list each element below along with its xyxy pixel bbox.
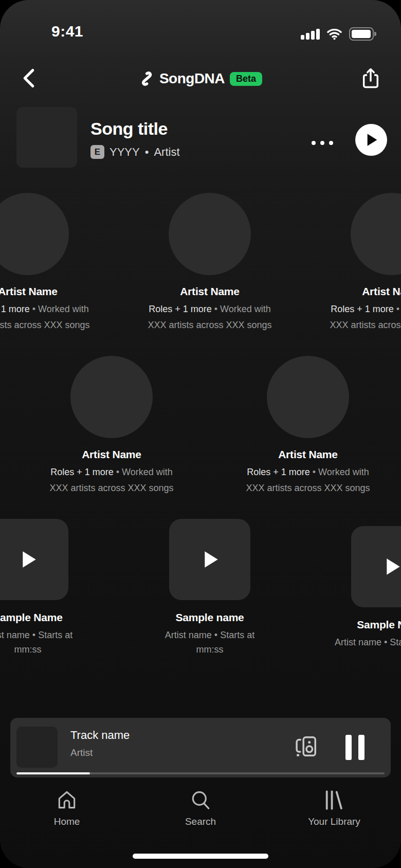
explicit-badge: E — [90, 145, 104, 159]
battery-icon — [349, 27, 374, 41]
artist-photo — [70, 356, 153, 438]
now-playing-bar[interactable]: Track name Artist — [10, 718, 391, 777]
song-header: Song title E YYYY • Artist — [0, 106, 401, 173]
song-title: Song title — [90, 118, 168, 139]
credit-detail: Roles + 1 more • Worked with XXX artists… — [145, 301, 274, 333]
credit-detail: Roles + 1 more • Worked with XXX artists… — [0, 301, 92, 333]
sample-card-item[interactable]: Sample Name Artist name • Starts at mm:s… — [335, 526, 401, 666]
credit-card[interactable]: Artist Name Roles + 1 more • Worked with… — [226, 356, 390, 496]
play-icon — [21, 550, 38, 569]
sample-play-button[interactable] — [351, 526, 401, 607]
pause-button[interactable] — [345, 735, 364, 760]
now-playing-track: Track name — [70, 729, 130, 742]
credit-card[interactable]: Artist Name Roles + 1 more • Worked with… — [0, 193, 110, 333]
nav-home[interactable]: Home — [10, 789, 123, 827]
now-playing-artist: Artist — [70, 747, 93, 759]
credit-card[interactable]: Artist Name Roles + 1 more • Worked with… — [29, 356, 194, 496]
credits-carousel-row-2[interactable]: Artist Name Roles + 1 more • Worked with… — [0, 356, 401, 496]
credit-card[interactable]: Artist Name Roles + 1 more • Worked with… — [309, 193, 401, 333]
credit-artist-name: Artist Name — [180, 285, 240, 298]
artist-photo — [351, 193, 401, 275]
sample-name: Sample Name — [357, 619, 401, 631]
credit-detail: Roles + 1 more • Worked with XXX artists… — [327, 301, 401, 333]
play-icon — [366, 133, 378, 147]
sample-play-button[interactable] — [169, 519, 250, 600]
song-artist: Artist — [154, 146, 179, 159]
more-options-button[interactable] — [309, 139, 335, 147]
credit-card[interactable]: Artist Name Roles + 1 more • Worked with… — [127, 193, 292, 333]
phone-screen: 9:41 SongDNA — [0, 0, 401, 868]
nav-library-label: Your Library — [308, 816, 360, 827]
sample-card-item[interactable]: Sample name Artist name • Starts at mm:s… — [153, 519, 267, 666]
sample-detail: Artist name • Starts at mm:ss — [335, 635, 401, 649]
connect-device-button[interactable] — [293, 733, 319, 762]
progress-fill — [16, 772, 90, 774]
album-art — [16, 107, 77, 168]
status-icons — [301, 27, 374, 41]
share-icon — [360, 66, 381, 90]
meta-separator: • — [145, 146, 149, 159]
samples-carousel[interactable]: Sample Name Artist name • Starts at mm:s… — [0, 519, 401, 668]
credit-artist-name: Artist Name — [278, 448, 338, 461]
artist-photo — [0, 193, 69, 275]
sample-play-button[interactable] — [0, 519, 68, 600]
credit-artist-name: Artist Name — [362, 285, 401, 298]
cellular-signal-icon — [301, 28, 320, 40]
artist-photo — [169, 193, 251, 275]
beta-badge: Beta — [230, 72, 262, 86]
now-playing-art — [16, 727, 58, 768]
sample-card-item[interactable]: Sample Name Artist name • Starts at mm:s… — [0, 519, 85, 666]
nav-home-label: Home — [54, 816, 80, 827]
status-time: 9:41 — [51, 23, 83, 40]
app-logo: SongDNA Beta — [0, 61, 401, 97]
connect-device-icon — [293, 734, 319, 760]
wifi-icon — [326, 28, 342, 40]
credit-detail: Roles + 1 more • Worked with XXX artists… — [47, 464, 176, 496]
sample-detail: Artist name • Starts at mm:ss — [0, 628, 85, 657]
artist-photo — [267, 356, 349, 438]
songdna-logo-icon — [139, 70, 154, 87]
share-button[interactable] — [359, 66, 382, 92]
sample-name: Sample Name — [0, 611, 63, 624]
nav-search[interactable]: Search — [144, 789, 257, 827]
play-icon — [203, 550, 220, 569]
credit-detail: Roles + 1 more • Worked with XXX artists… — [244, 464, 372, 496]
credits-carousel-row-1[interactable]: Artist Name Roles + 1 more • Worked with… — [0, 193, 401, 333]
nav-search-label: Search — [185, 816, 216, 827]
play-button[interactable] — [355, 124, 387, 156]
progress-bar — [16, 772, 385, 774]
sample-name: Sample name — [175, 611, 244, 624]
search-icon — [189, 789, 212, 811]
play-icon — [385, 557, 401, 576]
credit-artist-name: Artist Name — [0, 285, 58, 298]
nav-your-library[interactable]: Your Library — [278, 789, 391, 827]
sample-detail: Artist name • Starts at mm:ss — [153, 628, 267, 657]
home-indicator — [133, 854, 268, 859]
credit-artist-name: Artist Name — [82, 448, 141, 461]
home-icon — [56, 789, 78, 811]
app-header: SongDNA Beta — [0, 61, 401, 97]
app-title: SongDNA — [159, 70, 225, 87]
library-icon — [323, 789, 345, 811]
song-year: YYYY — [110, 146, 140, 159]
song-meta: E YYYY • Artist — [90, 145, 180, 159]
